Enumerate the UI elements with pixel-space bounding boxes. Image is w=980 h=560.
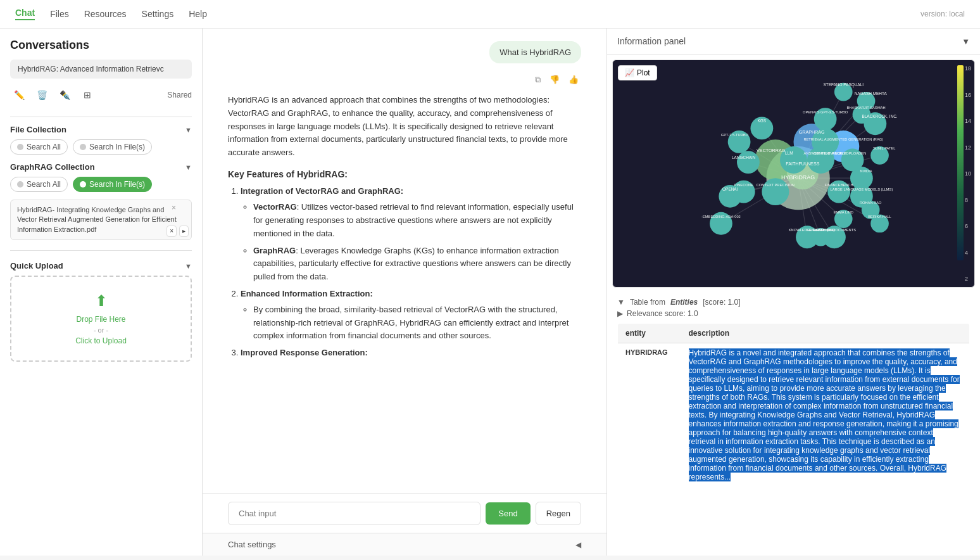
feature-3: Improved Response Generation: <box>241 347 581 360</box>
file-collection-search-all[interactable]: Search All <box>10 139 68 155</box>
click-to-upload-text: Click to Upload <box>27 336 175 345</box>
label-graphrag: GRAPHRAG <box>799 130 825 135</box>
file-collection-header[interactable]: File Collection ▼ <box>10 125 192 134</box>
key-features-title: Key Features of HybridRAG: <box>228 167 581 181</box>
thumbs-down-action[interactable]: 👎 <box>547 73 562 86</box>
label-pinecone: PINECONE <box>734 183 753 187</box>
label-context: CONTEXT PRECISION <box>757 183 795 187</box>
label-bhaskar: BHASKARJIT SARMAH <box>846 106 885 110</box>
user-message: What is HybridRAG <box>228 41 581 63</box>
table-from-entities-header[interactable]: ▼ Table from Entities [score: 1.0] <box>617 298 970 307</box>
topbar: Chat Files Resources Settings Help versi… <box>0 0 980 29</box>
entity-cell: HYBRIDRAG <box>618 343 681 487</box>
plot-label: Plot <box>637 68 650 77</box>
feature-2: Enhanced Information Extraction: By comb… <box>241 288 581 343</box>
upload-icon: ⬆ <box>27 292 175 310</box>
file-item: HybridRAG- Integrating Knowledge Graphs … <box>10 200 192 240</box>
ai-intro-text: HybridRAG is an advanced approach that c… <box>228 94 581 160</box>
file-tag-x[interactable]: × <box>166 226 177 237</box>
label-openai-gpt: OPENAI'S GPT-3.5-TURBO <box>803 110 848 114</box>
vectorrag-name: VectorRAG <box>253 202 297 212</box>
nav-help[interactable]: Help <box>189 9 207 19</box>
ai-message: HybridRAG is an advanced approach that c… <box>228 94 581 360</box>
extraction-item: By combining the broad, similarity-based… <box>253 303 581 343</box>
graph-scale: 18 16 14 12 10 8 6 4 2 <box>955 60 974 287</box>
highlighted-description: HybridRAG is a novel and integrated appr… <box>689 348 960 481</box>
copy-icon[interactable]: ⊞ <box>79 86 96 104</box>
sidebar-title: Conversations <box>10 39 192 52</box>
file-tag-arrow[interactable]: ▸ <box>179 226 189 237</box>
label-langchain: LANGCHAIN <box>732 155 756 160</box>
score-label: [score: 1.0] <box>703 298 740 307</box>
table-body: HYBRIDRAG HybridRAG is a novel and integ… <box>618 343 970 487</box>
delete-icon[interactable]: 🗑️ <box>33 86 51 104</box>
file-item-name: HybridRAG- Integrating Knowledge Graphs … <box>17 206 177 233</box>
graphrag-collection-toggles: Search All Search In File(s) <box>10 177 192 192</box>
conversation-item[interactable]: HybridRAG: Advanced Information Retrievc <box>10 60 192 79</box>
user-bubble: What is HybridRAG <box>489 41 581 63</box>
label-nagash: NAGASH MEHTA <box>855 91 888 96</box>
graphrag-name: GraphRAG <box>253 246 296 255</box>
shared-badge: Shared <box>167 91 192 99</box>
col-entity: entity <box>618 324 681 343</box>
graphrag-search-in-files-label: Search In File(s) <box>89 180 145 189</box>
label-llms-large: LARGE LANGUAGE MODELS (LLMS) <box>830 188 893 191</box>
file-list-section: HybridRAG- Integrating Knowledge Graphs … <box>10 200 192 240</box>
file-item-close[interactable]: × <box>172 203 176 213</box>
graphrag-collection-chevron: ▼ <box>185 163 192 171</box>
message-actions: ⧉ 👎 👍 <box>228 73 581 86</box>
sidebar: Conversations HybridRAG: Advanced Inform… <box>0 29 203 556</box>
graphrag-search-all-label: Search All <box>27 180 61 189</box>
upload-area[interactable]: ⬆ Drop File Here - or - Click to Upload <box>10 276 192 362</box>
file-collection-search-in-files[interactable]: Search In File(s) <box>73 139 152 155</box>
vectorrag-item: VectorRAG: Utilizes vector-based retriev… <box>253 201 581 240</box>
copy-action[interactable]: ⧉ <box>532 73 543 86</box>
label-answer-rel: ANSWER RELEVANCE <box>804 151 843 155</box>
chat-input[interactable] <box>228 502 481 525</box>
nav-files[interactable]: Files <box>50 9 69 19</box>
search-all-label: Search All <box>27 143 61 151</box>
right-panel-title: Information panel <box>617 36 686 46</box>
toggle-dot-2 <box>80 144 86 150</box>
send-button[interactable]: Send <box>486 502 530 525</box>
regen-button[interactable]: Regen <box>536 502 581 525</box>
chat-settings-label: Chat settings <box>228 540 276 549</box>
pencil-icon[interactable]: ✒️ <box>56 86 73 104</box>
relevance-row[interactable]: ▶ Relevance score: 1.0 <box>617 309 970 318</box>
sidebar-divider-2 <box>10 250 192 251</box>
settings-chevron[interactable]: ◀ <box>575 540 581 549</box>
graphrag-desc: : Leverages Knowledge Graphs (KGs) to en… <box>253 246 571 282</box>
label-stefano: STEFANO PASQUALI <box>823 82 864 87</box>
ai-bubble: HybridRAG is an advanced approach that c… <box>228 94 581 360</box>
relevance-label: Relevance score: 1.0 <box>627 309 698 318</box>
panel-chevron[interactable]: ▼ <box>962 37 970 46</box>
toggle-dot-3 <box>17 181 23 188</box>
scale-8: 8 <box>965 197 971 203</box>
icon-toolbar: ✏️ 🗑️ ✒️ ⊞ Shared <box>10 84 192 106</box>
edit-icon[interactable]: ✏️ <box>10 86 28 104</box>
scale-6: 6 <box>965 223 971 229</box>
nav-chat[interactable]: Chat <box>15 8 35 20</box>
label-graafbookinc: GRAAFBOOKINC <box>806 228 835 232</box>
label-vectorrag: VECTORRAG <box>757 148 786 153</box>
network-graph: HYBRIDRAG VECTORRAG GRAPHRAG FAITHFULNES… <box>613 60 974 287</box>
graphrag-collection-header[interactable]: GraphRAG Collection ▼ <box>10 162 192 172</box>
label-berika: BERIKA HALL <box>868 215 891 219</box>
graphrag-search-in-files[interactable]: Search In File(s) <box>73 177 152 192</box>
label-financebench: FINANCEBENCH <box>825 183 853 187</box>
entities-label: Entities <box>670 298 698 307</box>
label-faithfulness: FAITHFULNESS <box>786 162 820 167</box>
plot-button[interactable]: 📈 Plot <box>618 65 657 80</box>
table-section: ▼ Table from Entities [score: 1.0] ▶ Rel… <box>607 293 980 492</box>
node-langchain <box>737 151 760 174</box>
table-label: Table from <box>630 298 665 307</box>
quick-upload-header[interactable]: Quick Upload ▼ <box>10 261 192 270</box>
table-collapse-arrow[interactable]: ▼ <box>617 298 625 307</box>
thumbs-up-action[interactable]: 👍 <box>566 73 581 86</box>
relevance-expand-icon[interactable]: ▶ <box>617 309 623 318</box>
nav-resources[interactable]: Resources <box>84 9 127 19</box>
graphrag-search-all[interactable]: Search All <box>10 177 68 192</box>
nav-settings[interactable]: Settings <box>142 9 174 19</box>
label-sunil: SUNIL PATEL <box>873 146 896 150</box>
feature-3-title: Improved Response Generation: <box>241 348 368 357</box>
